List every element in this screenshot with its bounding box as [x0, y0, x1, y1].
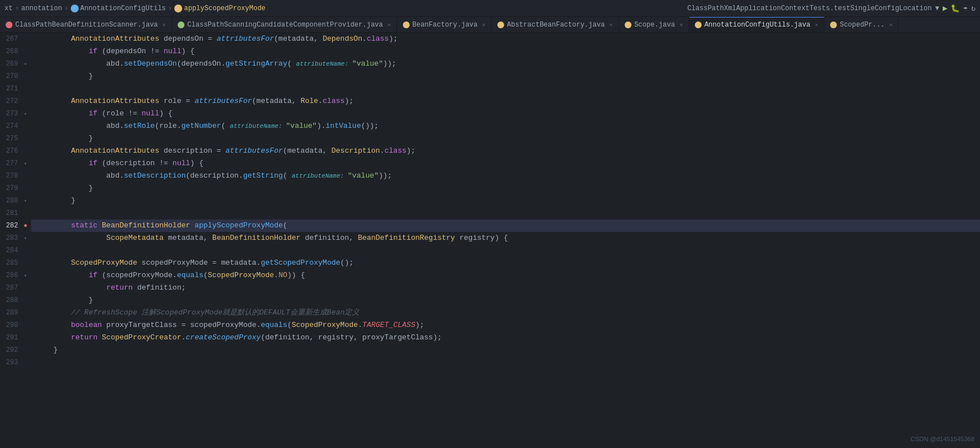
code-line-292: }: [31, 344, 980, 356]
run-config-dropdown[interactable]: ▼: [935, 5, 939, 12]
breakpoint-282[interactable]: ●: [22, 222, 29, 229]
gutter-row-283: 283 ▾: [0, 232, 31, 244]
code-line-285: ScopedProxyMode scopedProxyMode = metada…: [31, 257, 980, 269]
code-line-286: if (scopedProxyMode.equals(ScopedProxyMo…: [31, 269, 980, 282]
code-line-275: }: [31, 132, 980, 145]
gutter-row-280: 280 ▾: [0, 195, 31, 207]
fold-arrow-277[interactable]: ▾: [22, 161, 29, 167]
code-line-268: if (dependsOn != null) {: [31, 45, 980, 58]
gutter-row-271: 271: [0, 83, 31, 95]
fold-arrow-286[interactable]: ▾: [22, 273, 29, 279]
code-line-290: boolean proxyTargetClass = scopedProxyMo…: [31, 319, 980, 331]
gutter-row-281: 281: [0, 207, 31, 219]
top-navigation: xt › annotation › AnnotationConfigUtils …: [0, 0, 980, 17]
tab-scopedpr[interactable]: ScopedPr... ✕: [824, 17, 899, 32]
gutter-row-287: 287: [0, 282, 31, 294]
gutter-row-277: 277 ▾: [0, 157, 31, 170]
gutter-row-285: 285: [0, 257, 31, 269]
tab-icon: [6, 21, 12, 28]
gutter-row-278: 278: [0, 170, 31, 182]
gutter-row-269: 269 ▾: [0, 58, 31, 70]
gutter-row-272: 272: [0, 95, 31, 107]
tab-icon: [695, 21, 702, 28]
code-line-289: // RefreshScope 注解ScopedProxyMode就是默认的DE…: [31, 307, 980, 319]
gutter-row-289: 289: [0, 307, 31, 319]
class-icon: [71, 5, 79, 12]
line-numbers: 267 268 269 ▾ 270 271: [0, 33, 31, 369]
fold-arrow-273[interactable]: ▾: [22, 111, 29, 117]
gutter-row-291: 291: [0, 331, 31, 344]
nav-item-annotationconfigutils[interactable]: AnnotationConfigUtils: [71, 5, 166, 12]
file-tabs: ClassPathBeanDefinitionScanner.java ✕ Cl…: [0, 17, 980, 33]
debug-button[interactable]: 🐛: [951, 4, 960, 13]
code-editor[interactable]: AnnotationAttributes dependsOn = attribu…: [31, 33, 980, 448]
tab-beanfactory[interactable]: BeanFactory.java ✕: [397, 17, 492, 32]
code-line-270: }: [31, 70, 980, 83]
gutter-row-276: 276: [0, 145, 31, 157]
csdn-watermark: CSDN @d1451545368: [910, 436, 974, 442]
tab-abstractbeanfactory[interactable]: AbstractBeanFactory.java ✕: [492, 17, 619, 32]
tab-annotationconfigutils[interactable]: AnnotationConfigUtils.java ✕: [689, 17, 824, 32]
tab-icon: [625, 21, 631, 28]
gutter-row-273: 273 ▾: [0, 107, 31, 120]
code-line-281: [31, 207, 980, 219]
code-lines: AnnotationAttributes dependsOn = attribu…: [31, 33, 980, 369]
tab-close[interactable]: ✕: [609, 21, 613, 28]
nav-item-method: applyScopedProxyMode: [174, 5, 265, 12]
fold-arrow-283[interactable]: ▾: [22, 235, 29, 242]
code-line-273: if (role != null) {: [31, 107, 980, 120]
tab-close[interactable]: ✕: [815, 21, 818, 28]
tab-close[interactable]: ✕: [162, 21, 166, 28]
coverage-button[interactable]: ☂: [963, 4, 968, 13]
gutter-row-288: 288: [0, 294, 31, 307]
gutter-row-279: 279: [0, 182, 31, 195]
tab-close[interactable]: ✕: [388, 21, 391, 28]
code-line-267: AnnotationAttributes dependsOn = attribu…: [31, 33, 980, 45]
tab-classpathbeandefinitionscanner[interactable]: ClassPathBeanDefinitionScanner.java ✕: [0, 17, 172, 32]
code-line-287: return definition;: [31, 282, 980, 294]
code-line-277: if (description != null) {: [31, 157, 980, 170]
method-icon: [174, 5, 182, 12]
fold-arrow-280[interactable]: ▾: [22, 198, 29, 204]
gutter-row-268: 268: [0, 45, 31, 58]
nav-item-annotation[interactable]: annotation: [22, 5, 62, 12]
gutter-row-284: 284: [0, 244, 31, 257]
code-line-278: abd.setDescription(description.getString…: [31, 170, 980, 182]
code-line-271: [31, 83, 980, 95]
editor-area: 267 268 269 ▾ 270 271: [0, 33, 980, 448]
run-bar: ClassPathXmlApplicationContextTests.test…: [687, 3, 975, 13]
run-button[interactable]: ▶: [943, 3, 947, 13]
run-config-label: ClassPathXmlApplicationContextTests.test…: [687, 5, 932, 12]
code-line-282: static BeanDefinitionHolder applyScopedP…: [31, 219, 980, 232]
tab-scope[interactable]: Scope.java ✕: [619, 17, 689, 32]
code-line-291: return ScopedProxyCreator.createScopedPr…: [31, 331, 980, 344]
code-line-272: AnnotationAttributes role = attributesFo…: [31, 95, 980, 107]
tab-close[interactable]: ✕: [680, 21, 683, 28]
tab-close[interactable]: ✕: [889, 21, 892, 28]
more-button[interactable]: ↻: [971, 4, 975, 13]
tab-classpathscanningcandidatecomponentprovider[interactable]: ClassPathScanningCandidateComponentProvi…: [172, 17, 397, 32]
code-line-276: AnnotationAttributes description = attri…: [31, 145, 980, 157]
gutter-row-275: 275: [0, 132, 31, 145]
gutter-row-292: 292: [0, 344, 31, 356]
gutter-row-290: 290: [0, 319, 31, 331]
tab-icon: [830, 21, 837, 28]
gutter-row-282: 282 ●: [0, 219, 31, 232]
code-line-269: abd.setDependsOn(dependsOn.getStringArra…: [31, 58, 980, 70]
nav-breadcrumb: xt › annotation › AnnotationConfigUtils …: [5, 5, 265, 12]
gutter-row-293: 293: [0, 356, 31, 369]
tab-icon: [178, 21, 184, 28]
nav-item-xt[interactable]: xt: [5, 5, 12, 12]
code-line-293: [31, 356, 980, 369]
code-line-280: }: [31, 195, 980, 207]
code-line-284: [31, 244, 980, 257]
code-line-279: }: [31, 182, 980, 195]
fold-arrow-269[interactable]: ▾: [22, 61, 29, 67]
gutter-row-274: 274: [0, 120, 31, 132]
code-line-274: abd.setRole(role.getNumber( attributeNam…: [31, 120, 980, 132]
code-line-283: ScopeMetadata metadata, BeanDefinitionHo…: [31, 232, 980, 244]
tab-close[interactable]: ✕: [482, 21, 485, 28]
gutter-row-270: 270: [0, 70, 31, 83]
code-line-288: }: [31, 294, 980, 307]
tab-icon: [403, 21, 410, 28]
